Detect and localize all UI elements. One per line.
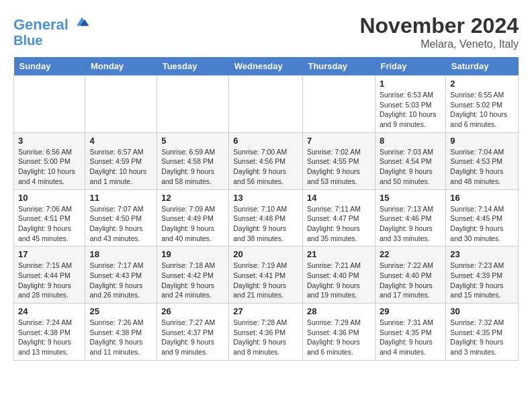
day-info: Sunrise: 7:22 AM Sunset: 4:40 PM Dayligh…	[380, 261, 441, 300]
calendar-cell: 24Sunrise: 7:24 AM Sunset: 4:38 PM Dayli…	[14, 304, 85, 361]
day-info: Sunrise: 7:04 AM Sunset: 4:53 PM Dayligh…	[450, 147, 514, 187]
calendar-cell: 26Sunrise: 7:27 AM Sunset: 4:37 PM Dayli…	[157, 304, 229, 361]
calendar-cell: 28Sunrise: 7:29 AM Sunset: 4:36 PM Dayli…	[302, 304, 375, 361]
day-number: 25	[89, 306, 152, 316]
day-info: Sunrise: 7:29 AM Sunset: 4:36 PM Dayligh…	[307, 318, 371, 357]
day-info: Sunrise: 7:27 AM Sunset: 4:37 PM Dayligh…	[161, 318, 224, 357]
day-info: Sunrise: 7:07 AM Sunset: 4:50 PM Dayligh…	[89, 204, 152, 244]
calendar-cell: 7Sunrise: 7:02 AM Sunset: 4:55 PM Daylig…	[302, 132, 375, 189]
calendar-cell: 11Sunrise: 7:07 AM Sunset: 4:50 PM Dayli…	[85, 189, 157, 246]
calendar-cell: 13Sunrise: 7:10 AM Sunset: 4:48 PM Dayli…	[229, 189, 303, 246]
title-block: November 2024 Melara, Veneto, Italy	[359, 13, 519, 50]
day-info: Sunrise: 7:31 AM Sunset: 4:35 PM Dayligh…	[380, 318, 441, 357]
day-info: Sunrise: 7:10 AM Sunset: 4:48 PM Dayligh…	[233, 204, 298, 244]
calendar-week-row: 1Sunrise: 6:53 AM Sunset: 5:03 PM Daylig…	[14, 76, 519, 133]
day-number: 29	[380, 306, 441, 316]
day-info: Sunrise: 6:59 AM Sunset: 4:58 PM Dayligh…	[161, 147, 224, 187]
month-title: November 2024	[359, 13, 519, 38]
day-info: Sunrise: 7:02 AM Sunset: 4:55 PM Dayligh…	[307, 147, 371, 187]
day-number: 18	[89, 249, 152, 259]
day-info: Sunrise: 7:06 AM Sunset: 4:51 PM Dayligh…	[18, 204, 81, 244]
day-number: 16	[450, 193, 514, 203]
day-number: 14	[307, 193, 371, 203]
day-number: 11	[89, 193, 152, 203]
calendar-week-row: 24Sunrise: 7:24 AM Sunset: 4:38 PM Dayli…	[14, 304, 519, 361]
calendar-cell: 30Sunrise: 7:32 AM Sunset: 4:35 PM Dayli…	[446, 304, 519, 361]
calendar-cell: 23Sunrise: 7:23 AM Sunset: 4:39 PM Dayli…	[446, 246, 519, 304]
day-number: 23	[450, 249, 514, 259]
day-number: 26	[161, 306, 224, 316]
day-info: Sunrise: 7:32 AM Sunset: 4:35 PM Dayligh…	[450, 318, 514, 357]
day-info: Sunrise: 7:00 AM Sunset: 4:56 PM Dayligh…	[233, 147, 298, 187]
calendar-cell	[14, 76, 85, 133]
day-number: 1	[380, 79, 441, 89]
calendar-cell: 1Sunrise: 6:53 AM Sunset: 5:03 PM Daylig…	[375, 76, 445, 133]
day-number: 27	[233, 306, 298, 316]
location: Melara, Veneto, Italy	[359, 38, 519, 50]
day-number: 7	[307, 136, 371, 146]
day-info: Sunrise: 7:17 AM Sunset: 4:43 PM Dayligh…	[89, 261, 152, 300]
day-number: 21	[307, 249, 371, 259]
day-info: Sunrise: 7:03 AM Sunset: 4:54 PM Dayligh…	[380, 147, 441, 187]
day-info: Sunrise: 6:53 AM Sunset: 5:03 PM Dayligh…	[380, 90, 441, 130]
calendar-cell: 15Sunrise: 7:13 AM Sunset: 4:46 PM Dayli…	[375, 189, 445, 246]
day-number: 5	[161, 136, 224, 146]
day-number: 3	[18, 136, 81, 146]
day-info: Sunrise: 7:14 AM Sunset: 4:45 PM Dayligh…	[450, 204, 514, 244]
day-info: Sunrise: 7:23 AM Sunset: 4:39 PM Dayligh…	[450, 261, 514, 300]
day-number: 17	[18, 249, 81, 259]
day-info: Sunrise: 7:21 AM Sunset: 4:40 PM Dayligh…	[307, 261, 371, 300]
day-number: 4	[89, 136, 152, 146]
day-info: Sunrise: 7:11 AM Sunset: 4:47 PM Dayligh…	[307, 204, 371, 244]
calendar-cell: 12Sunrise: 7:09 AM Sunset: 4:49 PM Dayli…	[157, 189, 229, 246]
calendar-cell: 22Sunrise: 7:22 AM Sunset: 4:40 PM Dayli…	[375, 246, 445, 304]
calendar-cell: 5Sunrise: 6:59 AM Sunset: 4:58 PM Daylig…	[157, 132, 229, 189]
calendar-cell: 29Sunrise: 7:31 AM Sunset: 4:35 PM Dayli…	[375, 304, 445, 361]
day-info: Sunrise: 7:09 AM Sunset: 4:49 PM Dayligh…	[161, 204, 224, 244]
calendar-table: SundayMondayTuesdayWednesdayThursdayFrid…	[13, 57, 519, 361]
calendar-cell: 8Sunrise: 7:03 AM Sunset: 4:54 PM Daylig…	[375, 132, 445, 189]
calendar-cell: 9Sunrise: 7:04 AM Sunset: 4:53 PM Daylig…	[446, 132, 519, 189]
calendar-cell: 25Sunrise: 7:26 AM Sunset: 4:38 PM Dayli…	[85, 304, 157, 361]
logo-blue: Blue	[13, 33, 90, 48]
day-info: Sunrise: 6:57 AM Sunset: 4:59 PM Dayligh…	[89, 147, 152, 187]
day-info: Sunrise: 7:15 AM Sunset: 4:44 PM Dayligh…	[18, 261, 81, 300]
calendar-cell	[157, 76, 229, 133]
day-number: 13	[233, 193, 298, 203]
page-header: General Blue November 2024 Melara, Venet…	[13, 13, 519, 50]
day-number: 15	[380, 193, 441, 203]
day-number: 19	[161, 249, 224, 259]
column-header-wednesday: Wednesday	[229, 57, 303, 76]
day-number: 24	[18, 306, 81, 316]
calendar-cell: 10Sunrise: 7:06 AM Sunset: 4:51 PM Dayli…	[14, 189, 85, 246]
calendar-week-row: 3Sunrise: 6:56 AM Sunset: 5:00 PM Daylig…	[14, 132, 519, 189]
calendar-cell	[302, 76, 375, 133]
day-number: 6	[233, 136, 298, 146]
calendar-cell: 17Sunrise: 7:15 AM Sunset: 4:44 PM Dayli…	[14, 246, 85, 304]
day-number: 9	[450, 136, 514, 146]
calendar-cell: 4Sunrise: 6:57 AM Sunset: 4:59 PM Daylig…	[85, 132, 157, 189]
day-number: 2	[450, 79, 514, 89]
calendar-week-row: 17Sunrise: 7:15 AM Sunset: 4:44 PM Dayli…	[14, 246, 519, 304]
logo: General Blue	[13, 13, 90, 48]
calendar-week-row: 10Sunrise: 7:06 AM Sunset: 4:51 PM Dayli…	[14, 189, 519, 246]
calendar-cell: 27Sunrise: 7:28 AM Sunset: 4:36 PM Dayli…	[229, 304, 303, 361]
day-info: Sunrise: 7:18 AM Sunset: 4:42 PM Dayligh…	[161, 261, 224, 300]
calendar-cell: 2Sunrise: 6:55 AM Sunset: 5:02 PM Daylig…	[446, 76, 519, 133]
column-header-friday: Friday	[375, 57, 445, 76]
calendar-cell: 19Sunrise: 7:18 AM Sunset: 4:42 PM Dayli…	[157, 246, 229, 304]
calendar-cell	[85, 76, 157, 133]
calendar-cell: 21Sunrise: 7:21 AM Sunset: 4:40 PM Dayli…	[302, 246, 375, 304]
day-info: Sunrise: 7:28 AM Sunset: 4:36 PM Dayligh…	[233, 318, 298, 357]
day-number: 12	[161, 193, 224, 203]
column-header-thursday: Thursday	[302, 57, 375, 76]
day-info: Sunrise: 7:24 AM Sunset: 4:38 PM Dayligh…	[18, 318, 81, 357]
column-header-monday: Monday	[85, 57, 157, 76]
day-number: 10	[18, 193, 81, 203]
day-number: 20	[233, 249, 298, 259]
day-info: Sunrise: 7:13 AM Sunset: 4:46 PM Dayligh…	[380, 204, 441, 244]
calendar-cell: 6Sunrise: 7:00 AM Sunset: 4:56 PM Daylig…	[229, 132, 303, 189]
calendar-cell	[229, 76, 303, 133]
day-info: Sunrise: 6:56 AM Sunset: 5:00 PM Dayligh…	[18, 147, 81, 187]
calendar-header-row: SundayMondayTuesdayWednesdayThursdayFrid…	[14, 57, 519, 76]
